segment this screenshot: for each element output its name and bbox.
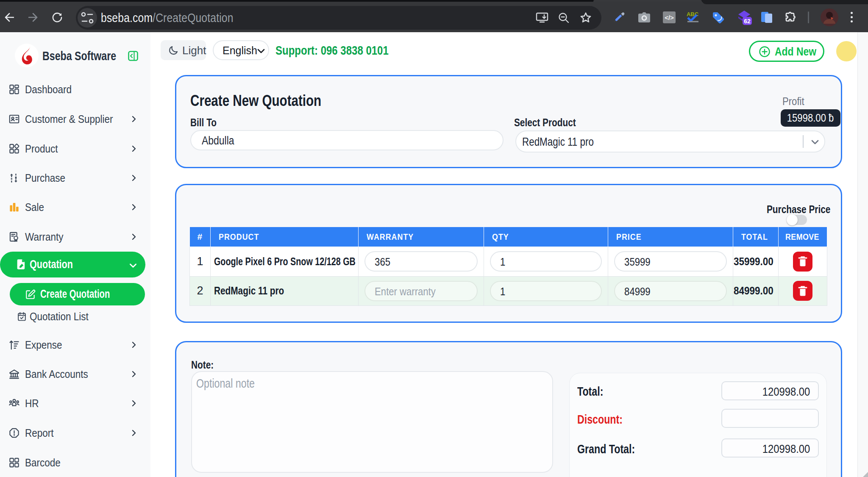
svg-text:ABC: ABC xyxy=(687,11,699,17)
svg-text:62: 62 xyxy=(744,18,751,25)
svg-text:</>: </> xyxy=(665,14,674,21)
